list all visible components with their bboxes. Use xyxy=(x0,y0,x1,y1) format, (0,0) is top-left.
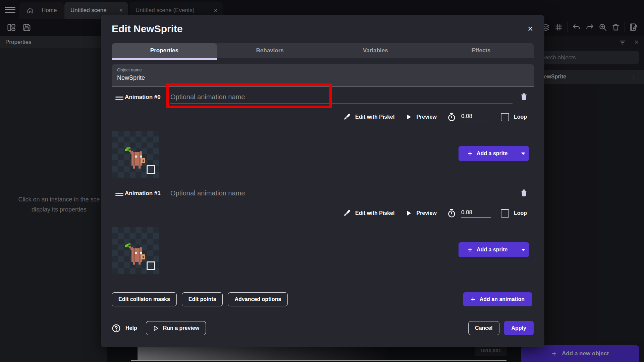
sprite-frame-thumbnail[interactable] xyxy=(112,131,159,178)
preview-button[interactable]: Preview xyxy=(405,114,436,120)
object-name-field-label: Object name xyxy=(117,67,142,72)
chevron-down-icon xyxy=(521,153,525,155)
object-name-input[interactable] xyxy=(117,74,318,81)
advanced-options-button[interactable]: Advanced options xyxy=(228,292,288,306)
frame-select-checkbox[interactable] xyxy=(147,261,155,270)
edit-points-button[interactable]: Edit points xyxy=(182,292,223,306)
play-outline-icon xyxy=(153,325,159,331)
pig-sprite-image xyxy=(123,145,147,170)
timer-icon xyxy=(447,208,457,218)
dialog-footer: Help Run a preview Cancel Apply xyxy=(112,321,534,335)
help-button[interactable]: Help xyxy=(112,324,137,333)
frame-select-checkbox[interactable] xyxy=(147,165,155,174)
help-icon xyxy=(112,324,121,333)
add-sprite-button[interactable]: + Add a sprite xyxy=(459,146,529,161)
timer-icon xyxy=(447,112,457,122)
loop-checkbox[interactable] xyxy=(501,113,509,121)
add-sprite-dropdown[interactable] xyxy=(517,149,529,158)
dialog-tab-bar: Properties Behaviors Variables Effects xyxy=(112,43,534,58)
play-icon xyxy=(405,210,412,217)
animation-name-input[interactable] xyxy=(170,187,513,200)
edit-with-piskel-button[interactable]: Edit with Piskel xyxy=(343,209,394,217)
plus-icon: + xyxy=(468,246,472,254)
pig-sprite-image xyxy=(123,241,147,266)
animation-tools-row: Edit with Piskel Preview Loop xyxy=(343,110,527,124)
delete-animation-button[interactable] xyxy=(520,93,528,101)
animation-tools-row: Edit with Piskel Preview Loop xyxy=(343,206,527,220)
drag-handle-icon[interactable] xyxy=(115,95,123,101)
brush-icon xyxy=(343,113,351,121)
frame-duration-input[interactable] xyxy=(461,113,491,121)
add-animation-button[interactable]: + Add an animation xyxy=(463,292,532,306)
animation-name-input[interactable] xyxy=(170,90,513,104)
loop-checkbox[interactable] xyxy=(501,209,509,218)
edit-collision-masks-button[interactable]: Edit collision masks xyxy=(112,292,177,306)
gdevelop-app: Home Untitled scene × Untitled scene (Ev… xyxy=(0,0,644,362)
dialog-title: Edit NewSprite xyxy=(112,23,183,35)
chevron-down-icon xyxy=(521,249,525,251)
run-preview-button[interactable]: Run a preview xyxy=(146,321,206,335)
animation-label: Animation #0 xyxy=(125,90,161,104)
add-sprite-button[interactable]: + Add a sprite xyxy=(459,242,529,257)
plus-icon: + xyxy=(471,295,475,304)
edit-with-piskel-button[interactable]: Edit with Piskel xyxy=(343,113,394,121)
sprite-frame-thumbnail[interactable] xyxy=(112,227,159,274)
tab-behaviors[interactable]: Behaviors xyxy=(217,43,323,58)
animation-section-1: Animation #1 Edit with Piskel Preview xyxy=(112,187,534,281)
loop-label: Loop xyxy=(514,210,527,216)
object-name-field: Object name xyxy=(112,64,534,86)
delete-animation-button[interactable] xyxy=(520,189,528,197)
loop-label: Loop xyxy=(514,114,527,120)
apply-button[interactable]: Apply xyxy=(504,321,534,335)
add-sprite-dropdown[interactable] xyxy=(517,245,529,254)
tab-variables[interactable]: Variables xyxy=(323,43,429,58)
animation-section-0: Animation #0 Edit with Piskel Preview xyxy=(112,90,534,185)
play-icon xyxy=(405,114,412,120)
tab-properties[interactable]: Properties xyxy=(112,43,217,58)
edit-sprite-dialog: Edit NewSprite × Properties Behaviors Va… xyxy=(101,15,544,347)
preview-button[interactable]: Preview xyxy=(405,210,436,217)
animation-label: Animation #1 xyxy=(125,187,161,200)
cancel-button[interactable]: Cancel xyxy=(468,321,499,335)
drag-handle-icon[interactable] xyxy=(115,191,123,197)
brush-icon xyxy=(343,209,351,217)
dialog-actions-row: Edit collision masks Edit points Advance… xyxy=(112,292,534,306)
frame-duration-input[interactable] xyxy=(461,209,491,218)
plus-icon: + xyxy=(468,150,472,158)
tab-effects[interactable]: Effects xyxy=(428,43,534,58)
close-dialog-icon[interactable]: × xyxy=(528,24,533,34)
